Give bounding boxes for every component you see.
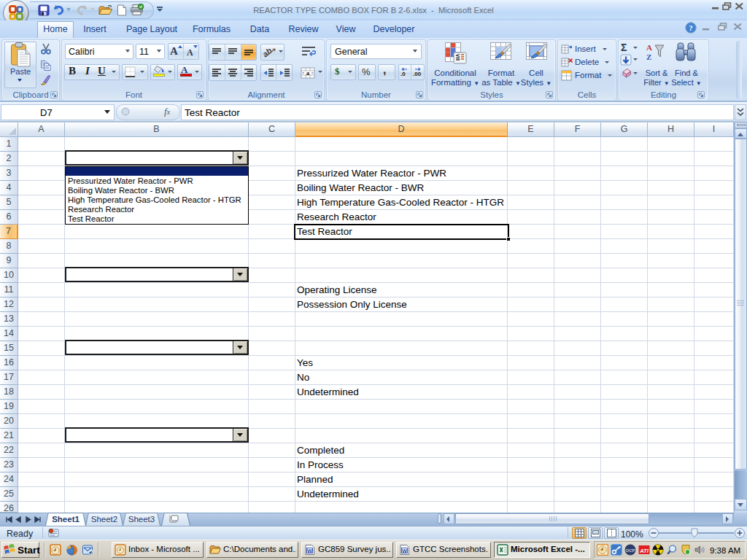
svg-text:W: W: [402, 548, 408, 554]
svg-text:Z: Z: [646, 52, 651, 61]
svg-text:?: ?: [689, 23, 693, 32]
svg-text:OCP: OCP: [625, 548, 635, 553]
svg-text:a: a: [306, 69, 310, 77]
svg-text:.0: .0: [400, 71, 406, 77]
svg-text:A: A: [646, 43, 652, 52]
svg-text:W: W: [307, 548, 313, 554]
svg-text:ATI: ATI: [639, 548, 649, 554]
